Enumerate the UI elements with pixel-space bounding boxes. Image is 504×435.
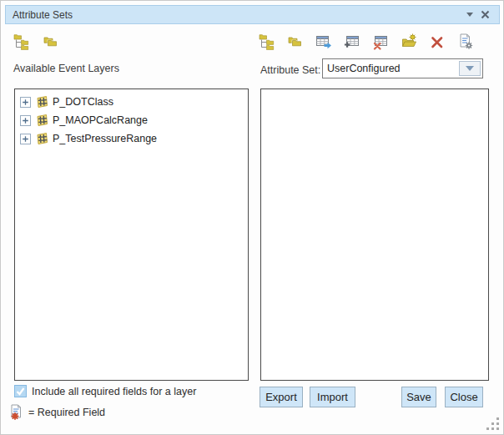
add-table-button[interactable] bbox=[343, 33, 360, 51]
include-required-fields-checkbox[interactable] bbox=[14, 385, 27, 397]
available-event-layers-list[interactable]: P_DOTClass P_MAOPCalcRange bbox=[14, 89, 249, 381]
title-bar: Attribute Sets bbox=[5, 5, 500, 24]
open-attribute-set-button[interactable] bbox=[400, 33, 417, 51]
import-button[interactable]: Import bbox=[310, 387, 355, 407]
resize-grip[interactable] bbox=[486, 417, 501, 432]
event-layer-icon bbox=[35, 114, 48, 127]
left-toolbar bbox=[13, 33, 59, 51]
right-toolbar bbox=[258, 33, 474, 51]
configure-document-icon bbox=[457, 33, 474, 50]
checkmark-icon bbox=[15, 386, 26, 397]
tree-item-p-dotclass[interactable]: P_DOTClass bbox=[17, 93, 246, 111]
delete-icon bbox=[429, 33, 446, 50]
attribute-sets-window: Attribute Sets bbox=[0, 0, 504, 435]
remove-table-icon bbox=[372, 33, 389, 50]
tree-item-label: P_DOTClass bbox=[53, 96, 113, 108]
event-layer-icon bbox=[35, 95, 48, 109]
required-field-icon bbox=[9, 404, 25, 421]
include-required-fields-label: Include all required fields for a layer bbox=[32, 386, 196, 397]
required-field-legend: = Required Field bbox=[9, 404, 105, 421]
assign-event-layers-button[interactable] bbox=[13, 33, 30, 51]
export-table-button[interactable] bbox=[315, 33, 332, 51]
open-event-layers-button[interactable] bbox=[42, 33, 59, 51]
assign-event-layers-icon bbox=[259, 33, 275, 50]
open-layers-button[interactable] bbox=[286, 33, 304, 51]
export-table-icon bbox=[315, 33, 332, 50]
collapse-menu-button[interactable] bbox=[462, 8, 477, 23]
tree-item-label: P_MAOPCalcRange bbox=[53, 114, 148, 126]
tree-item-label: P_TestPressureRange bbox=[53, 133, 157, 144]
assign-layers-button[interactable] bbox=[258, 33, 275, 51]
close-icon bbox=[480, 9, 491, 20]
attribute-set-fields-list[interactable] bbox=[260, 89, 489, 381]
remove-table-button[interactable] bbox=[371, 33, 389, 51]
required-field-label: = Required Field bbox=[28, 407, 105, 418]
export-button[interactable]: Export bbox=[260, 387, 303, 407]
configure-document-button[interactable] bbox=[456, 33, 474, 51]
assign-event-layers-icon bbox=[13, 33, 30, 50]
expand-plus-icon[interactable] bbox=[20, 115, 31, 126]
expand-plus-icon[interactable] bbox=[20, 97, 31, 108]
delete-button[interactable] bbox=[428, 33, 446, 51]
open-attribute-set-icon bbox=[401, 33, 417, 50]
event-layer-icon bbox=[35, 132, 48, 145]
attribute-set-combobox[interactable]: UserConfigured bbox=[322, 58, 483, 78]
caret-down-icon bbox=[466, 13, 473, 17]
tree-item-p-maopcalcrange[interactable]: P_MAOPCalcRange bbox=[17, 111, 246, 129]
attribute-set-label: Attribute Set: bbox=[260, 64, 320, 76]
event-layers-tree: P_DOTClass P_MAOPCalcRange bbox=[15, 89, 248, 151]
add-table-icon bbox=[344, 33, 360, 50]
chevron-down-icon bbox=[466, 66, 474, 71]
open-event-layers-icon bbox=[43, 33, 59, 50]
available-event-layers-label: Available Event Layers bbox=[13, 63, 119, 74]
combobox-dropdown-button[interactable] bbox=[459, 61, 481, 76]
window-title: Attribute Sets bbox=[13, 9, 462, 21]
include-required-fields-row: Include all required fields for a layer bbox=[14, 385, 196, 397]
open-event-layers-icon bbox=[287, 33, 304, 50]
close-button[interactable] bbox=[477, 8, 492, 23]
tree-item-p-testpressurerange[interactable]: P_TestPressureRange bbox=[17, 129, 246, 148]
attribute-set-value: UserConfigured bbox=[327, 63, 401, 74]
expand-plus-icon[interactable] bbox=[20, 134, 31, 144]
save-button[interactable]: Save bbox=[401, 387, 436, 407]
close-window-button[interactable]: Close bbox=[445, 387, 483, 407]
